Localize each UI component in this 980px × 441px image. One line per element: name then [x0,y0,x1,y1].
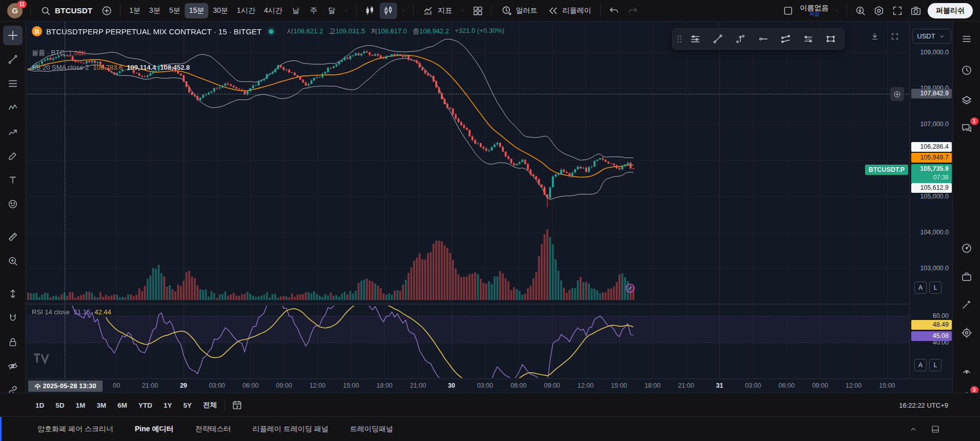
timeframe-30분[interactable]: 30분 [209,3,232,18]
undo-button[interactable] [605,3,623,19]
toolbox-button[interactable] [957,268,976,286]
indicators-menu-button[interactable] [458,3,468,19]
settings-button[interactable] [870,3,888,19]
alert-button[interactable]: 얼러트 [496,3,542,19]
layout-manager-button[interactable] [779,3,797,19]
symbol-legend-row[interactable]: B BTCUSDTPERP PERPETUAL MIX CONTRACT · 1… [32,25,504,37]
text-tool[interactable] [3,170,23,190]
indicator-templates-button[interactable] [469,3,486,19]
currency-selector[interactable]: USDT [912,29,951,44]
alerts-button[interactable] [957,61,976,79]
maximize-pane-button[interactable] [887,29,903,44]
chart-style-menu-button[interactable] [398,3,408,19]
range-1M[interactable]: 1M [72,398,89,412]
parallel-channel-tool[interactable] [774,31,796,47]
range-5Y[interactable]: 5Y [180,398,195,412]
range-3M[interactable]: 3M [93,398,110,412]
screenshot-button[interactable] [907,3,925,19]
timeframe-5분[interactable]: 5분 [165,3,185,18]
timeframe-달[interactable]: 달 [323,3,340,18]
timeframe-3분[interactable]: 3분 [145,3,165,18]
fullscreen-button[interactable] [889,3,906,19]
bb-legend-row[interactable]: BB 20 SMA close 2 108,783.6 109,114.4 10… [32,61,504,73]
flat-channel-tool[interactable] [797,31,819,47]
add-alert-plus-button[interactable] [890,87,904,101]
panel-tab[interactable]: 트레이딩패널 [350,425,393,434]
timeframe-15분[interactable]: 15분 [185,3,208,18]
dom-button[interactable] [957,324,976,342]
chat-button[interactable]: 1 [957,119,976,137]
chart-style-hollow-button[interactable] [380,3,397,19]
timeframe-1시간[interactable]: 1시간 [233,3,260,18]
timeframe-1분[interactable]: 1분 [125,3,145,18]
go-to-date-button[interactable] [228,397,246,413]
measure-tool[interactable] [3,284,23,304]
order-chip[interactable]: L [929,359,942,371]
panel-expand-button[interactable] [906,422,921,436]
pine-assistant-button[interactable] [957,295,976,314]
ruler-tool[interactable] [3,227,23,247]
crosshair-tool[interactable] [3,26,23,45]
timeframe-4시간[interactable]: 4시간 [260,3,286,18]
symbol-search-button[interactable]: BTCUSDT [35,3,97,19]
volume-legend-row[interactable]: 볼륨 · BTC 1.06K [32,47,504,59]
horizontal-lines-tool[interactable] [684,31,706,47]
forecast-tool[interactable] [3,122,23,142]
emoji-tool[interactable] [3,194,23,214]
server-clock[interactable]: 16:22:22 UTC+9 [899,402,948,409]
tradingview-logo[interactable] [33,353,51,364]
replay-button[interactable]: 리플레이 [543,3,596,19]
price-chart-canvas[interactable] [25,21,909,378]
layout-name-button[interactable]: 이름없음 저장 [798,4,831,17]
pane-separator[interactable] [25,304,909,305]
range-6M[interactable]: 6M [114,398,131,412]
lock-all-tool[interactable] [3,332,23,352]
panel-tab[interactable]: 전략테스터 [195,425,231,434]
watchlist-button[interactable] [957,30,976,48]
panel-tab[interactable]: Pine 에디터 [135,425,173,434]
trendline-tool[interactable] [3,50,23,69]
scroll-to-recent-button[interactable] [867,29,883,44]
chart-style-candles-button[interactable] [361,3,379,19]
pattern-tool[interactable] [3,98,23,117]
timeframe-날[interactable]: 날 [287,3,304,18]
fib-retracement-tool[interactable] [3,74,23,93]
price-tick: 103,000.0 [920,265,949,272]
market-status-dot[interactable] [269,29,273,34]
market-status-button[interactable] [957,360,976,379]
quick-search-button[interactable] [852,3,869,19]
price-scale[interactable]: USDT 107,842.9 106,286.4 105,949.7 105,7… [909,21,953,378]
object-tree-button[interactable] [957,91,976,110]
redo-button[interactable] [624,3,641,19]
zoom-tool[interactable] [3,251,23,271]
panel-tab[interactable]: 리플레이 트레이딩 패널 [252,425,328,434]
panel-tab[interactable]: 암호화폐 페어 스크리너 [37,425,113,434]
rsi-legend-row[interactable]: RSI 14 close 51.15 42.44 [32,306,111,318]
alert-chip[interactable]: A [914,359,927,371]
range-전체[interactable]: 전체 [200,398,221,412]
publish-button[interactable]: 퍼블리쉬 [928,3,973,18]
trend-line-tool[interactable] [707,31,729,47]
range-1D[interactable]: 1D [32,398,48,412]
order-chip[interactable]: L [929,282,942,294]
panel-restore-button[interactable] [928,422,943,436]
horizontal-ray-tool[interactable] [752,31,774,47]
indicators-button[interactable]: 지표 [418,3,457,19]
layout-menu-button[interactable] [832,3,842,19]
range-1Y[interactable]: 1Y [160,398,176,412]
rectangle-tool[interactable] [819,31,841,47]
drag-handle[interactable] [675,31,683,47]
timeframe-menu-button[interactable] [341,3,351,19]
vertical-line-tool[interactable] [729,31,751,47]
alert-chip[interactable]: A [914,282,927,294]
range-YTD[interactable]: YTD [135,398,156,412]
range-5D[interactable]: 5D [52,398,68,412]
time-axis[interactable]: 수 2025-05-28 13:30 0021:002903:0006:0009… [25,378,953,393]
brush-tool[interactable] [3,146,23,166]
compare-add-button[interactable] [98,3,115,19]
timeframe-주[interactable]: 주 [305,3,322,18]
technicals-button[interactable] [957,239,976,257]
hide-all-tool[interactable] [3,356,23,376]
user-avatar[interactable]: G 11 [7,3,23,18]
magnet-tool[interactable] [3,308,23,328]
